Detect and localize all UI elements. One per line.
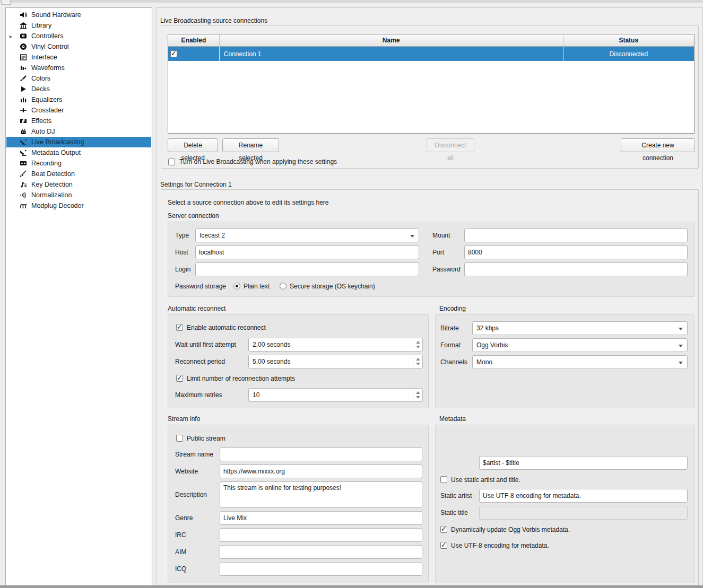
stream-name-input[interactable] [220, 447, 422, 461]
format-label: Format [440, 338, 461, 352]
aim-input[interactable] [220, 545, 422, 559]
crossfader-icon [19, 107, 28, 114]
spin-down-icon[interactable] [416, 363, 420, 365]
spinner-buttons[interactable] [413, 338, 422, 351]
static-title-label: Static title [440, 506, 468, 520]
sidebar-item-modplug-decoder[interactable]: Modplug Decoder [6, 200, 151, 211]
sidebar-item-label: Beat Detection [31, 170, 75, 178]
turn-on-broadcasting-label: Turn on Live Broadcasting when applying … [179, 155, 337, 169]
sidebar-item-waveforms[interactable]: Waveforms [6, 63, 151, 73]
spinner-buttons[interactable] [413, 355, 422, 368]
enable-reconnect-checkbox[interactable] [176, 324, 183, 331]
login-input[interactable] [195, 262, 419, 276]
spin-up-icon[interactable] [416, 341, 420, 344]
sidebar-item-label: Live Broadcasting [31, 138, 84, 146]
sidebar-item-label: Decks [31, 85, 50, 93]
port-input[interactable] [464, 245, 688, 259]
chevron-down-icon [679, 328, 683, 330]
static-artist-title-label: Use static artist and title. [451, 473, 520, 487]
sidebar-item-beat-detection[interactable]: Beat Detection [6, 169, 151, 179]
sidebar-item-effects[interactable]: Effects [6, 116, 151, 126]
turn-on-broadcasting-checkbox[interactable] [168, 159, 175, 165]
column-header-enabled[interactable]: Enabled [168, 34, 220, 46]
sidebar-item-equalizers[interactable]: Equalizers [6, 94, 151, 105]
login-label: Login [175, 262, 190, 276]
static-artist-input[interactable] [479, 489, 688, 503]
reconnect-period-value: 5.00 seconds [253, 358, 290, 365]
sidebar-item-metadata-output[interactable]: Metadata Output [6, 147, 151, 158]
secure-storage-radio[interactable] [280, 283, 287, 289]
controller-icon [19, 32, 28, 40]
sidebar-item-decks[interactable]: Decks [6, 84, 151, 94]
spin-up-icon[interactable] [416, 391, 420, 394]
wait-first-attempt-spinbox[interactable]: 2.00 seconds [248, 338, 423, 352]
format-combobox[interactable]: Ogg Vorbis [472, 338, 688, 352]
sidebar-item-crossfader[interactable]: Crossfader [6, 105, 151, 116]
custom-metadata-format-input[interactable] [479, 456, 688, 470]
limit-attempts-checkbox[interactable] [176, 375, 183, 382]
icq-input[interactable] [220, 562, 422, 576]
website-input[interactable] [220, 464, 422, 478]
sidebar-item-vinyl-control[interactable]: Vinyl Control [6, 41, 151, 52]
dynamic-update-checkbox[interactable] [440, 526, 447, 533]
static-artist-title-checkbox[interactable] [440, 476, 447, 483]
channels-label: Channels [440, 355, 467, 369]
static-artist-label: Static artist [440, 489, 472, 503]
maximum-retries-spinbox[interactable]: 10 [248, 388, 423, 402]
effects-icon [19, 117, 28, 125]
create-new-connection-button[interactable]: Create new connection [621, 138, 695, 152]
limit-attempts-label: Limit number of reconnection attempts [187, 372, 295, 385]
sidebar-item-colors[interactable]: Colors [6, 73, 151, 84]
sidebar-item-label: Sound Hardware [31, 11, 81, 19]
speaker-icon [19, 11, 28, 19]
sidebar-item-auto-dj[interactable]: Auto DJ [6, 126, 151, 137]
irc-label: IRC [175, 528, 186, 542]
sidebar-item-controllers[interactable]: ▸ Controllers [6, 31, 151, 41]
plain-text-radio[interactable] [233, 283, 240, 289]
host-input[interactable] [195, 245, 419, 259]
sidebar-item-normalization[interactable]: Normalization [6, 190, 151, 200]
enabled-checkbox[interactable] [170, 50, 177, 57]
chevron-down-icon [410, 235, 414, 238]
rename-selected-button[interactable]: Rename selected [222, 138, 279, 152]
type-combobox[interactable]: Icecast 2 [195, 229, 419, 242]
reconnect-period-spinbox[interactable]: 5.00 seconds [248, 355, 423, 368]
spinner-buttons[interactable] [413, 389, 422, 401]
sidebar-item-sound-hardware[interactable]: Sound Hardware [6, 10, 151, 20]
spin-down-icon[interactable] [416, 396, 420, 399]
sidebar-item-library[interactable]: Library [6, 20, 151, 31]
description-textarea[interactable]: This stream is online for testing purpos… [220, 481, 422, 508]
mount-input[interactable] [464, 229, 688, 242]
public-stream-checkbox[interactable] [176, 435, 183, 442]
genre-input[interactable] [220, 511, 422, 525]
column-header-name[interactable]: Name [220, 34, 563, 46]
delete-selected-button[interactable]: Delete selected [168, 138, 218, 152]
public-stream-label: Public stream [187, 432, 225, 445]
irc-input[interactable] [220, 528, 422, 542]
aim-label: AIM [175, 545, 186, 559]
preferences-window: Sound Hardware Library ▸ Controllers Vin… [0, 0, 703, 588]
table-row[interactable]: Connection 1 Disconnected [168, 47, 694, 61]
vinyl-icon [19, 43, 28, 50]
encoding-title: Encoding [439, 304, 466, 313]
bitrate-combobox[interactable]: 32 kbps [472, 321, 688, 335]
channels-combobox[interactable]: Mono [472, 355, 688, 369]
sidebar-item-label: Waveforms [31, 64, 65, 72]
sidebar-item-interface[interactable]: Interface [6, 52, 151, 63]
enabled-cell [168, 47, 220, 61]
spin-down-icon[interactable] [416, 346, 420, 348]
mount-label: Mount [432, 229, 450, 242]
sidebar-item-recording[interactable]: Recording [6, 158, 151, 169]
column-header-status[interactable]: Status [563, 34, 695, 46]
sidebar-item-key-detection[interactable]: Key Detection [6, 179, 151, 190]
sidebar-item-live-broadcasting[interactable]: Live Broadcasting [6, 137, 151, 147]
server-connection-title: Server connection [168, 212, 219, 220]
robot-icon [19, 128, 28, 135]
password-input[interactable] [464, 262, 688, 276]
expand-arrow-icon[interactable]: ▸ [10, 33, 19, 39]
sidebar-item-label: Crossfader [31, 107, 64, 114]
spin-up-icon[interactable] [416, 358, 420, 361]
utf8-encoding-checkbox[interactable] [440, 542, 447, 549]
stream-name-label: Stream name [175, 447, 213, 461]
modplug-icon [19, 202, 28, 209]
